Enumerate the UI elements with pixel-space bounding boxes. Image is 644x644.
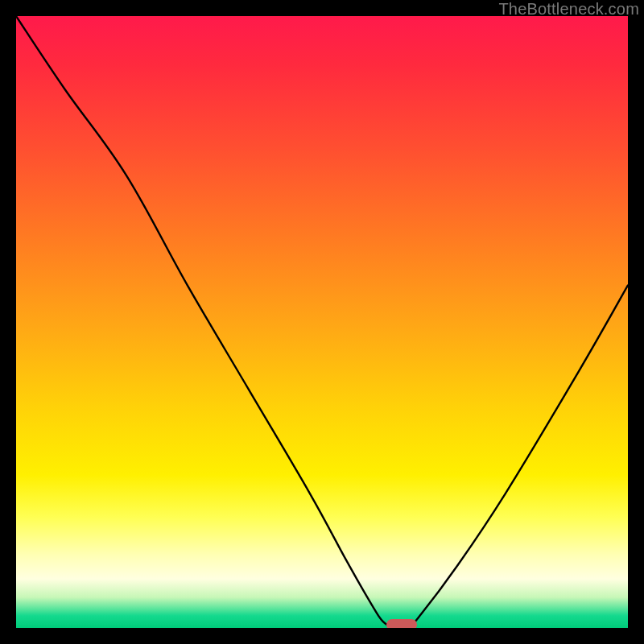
watermark-text: TheBottleneck.com [498, 0, 639, 19]
optimal-point-marker [386, 619, 417, 628]
heat-gradient-background [16, 16, 628, 628]
plot-area [16, 16, 628, 628]
chart-frame: TheBottleneck.com [0, 0, 644, 644]
